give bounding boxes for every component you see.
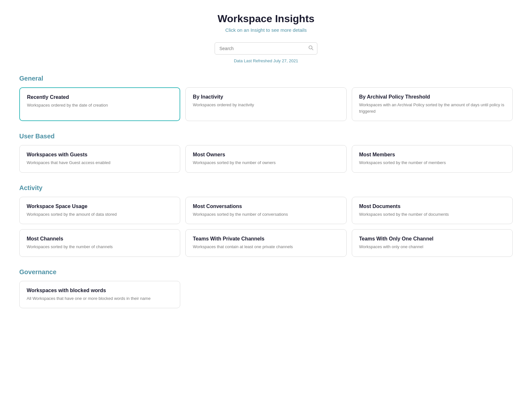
card-most-documents[interactable]: Most DocumentsWorkspaces sorted by the n… [352,197,513,224]
cards-grid-governance: Workspaces with blocked wordsAll Workspa… [19,281,513,309]
section-governance: GovernanceWorkspaces with blocked wordsA… [19,268,513,309]
card-title-workspaces-with-guests: Workspaces with Guests [27,152,173,158]
section-title-general: General [19,75,513,82]
card-description-most-members: Workspaces sorted by the number of membe… [359,160,505,166]
card-description-most-owners: Workspaces sorted by the number of owner… [193,160,339,166]
card-blocked-words[interactable]: Workspaces with blocked wordsAll Workspa… [19,281,180,309]
card-most-members[interactable]: Most MembersWorkspaces sorted by the num… [352,145,513,173]
section-title-governance: Governance [19,268,513,276]
sections-container: GeneralRecently CreatedWorkspaces ordere… [19,75,513,308]
card-description-by-inactivity: Workspaces ordered by inactivity [193,102,339,108]
card-title-workspace-space-usage: Workspace Space Usage [27,204,173,209]
refresh-text: Data Last Refreshed July 27, 2021 [19,58,513,63]
card-title-most-documents: Most Documents [359,204,505,209]
card-most-channels[interactable]: Most ChannelsWorkspaces sorted by the nu… [19,229,180,257]
card-recently-created[interactable]: Recently CreatedWorkspaces ordered by th… [19,87,180,121]
page-header: Workspace Insights Click on an Insight t… [19,13,513,33]
section-title-activity: Activity [19,184,513,192]
section-general: GeneralRecently CreatedWorkspaces ordere… [19,75,513,121]
card-description-teams-one-channel: Workspaces with only one channel [359,244,505,250]
section-activity: ActivityWorkspace Space UsageWorkspaces … [19,184,513,257]
card-by-inactivity[interactable]: By InactivityWorkspaces ordered by inact… [185,87,346,121]
cards-grid-general: Recently CreatedWorkspaces ordered by th… [19,87,513,121]
card-title-by-inactivity: By Inactivity [193,94,339,100]
card-by-archival-policy[interactable]: By Archival Policy ThresholdWorkspaces w… [352,87,513,121]
card-title-by-archival-policy: By Archival Policy Threshold [359,94,505,100]
search-input[interactable] [215,42,317,55]
card-title-teams-private-channels: Teams With Private Channels [193,236,339,242]
search-wrapper [215,42,317,55]
card-title-blocked-words: Workspaces with blocked words [27,288,173,293]
search-container [19,42,513,55]
card-title-most-channels: Most Channels [27,236,173,242]
page-subtitle: Click on an Insight to see more details [19,27,513,33]
card-workspace-space-usage[interactable]: Workspace Space UsageWorkspaces sorted b… [19,197,180,224]
card-teams-private-channels[interactable]: Teams With Private ChannelsWorkspaces th… [185,229,346,257]
card-most-conversations[interactable]: Most ConversationsWorkspaces sorted by t… [185,197,346,224]
card-workspaces-with-guests[interactable]: Workspaces with GuestsWorkspaces that ha… [19,145,180,173]
card-title-most-members: Most Members [359,152,505,158]
card-description-teams-private-channels: Workspaces that contain at least one pri… [193,244,339,250]
card-description-most-channels: Workspaces sorted by the number of chann… [27,244,173,250]
card-title-most-conversations: Most Conversations [193,204,339,209]
card-title-teams-one-channel: Teams With Only One Channel [359,236,505,242]
card-description-blocked-words: All Workspaces that have one or more blo… [27,295,173,302]
card-title-recently-created: Recently Created [27,94,173,100]
section-user-based: User BasedWorkspaces with GuestsWorkspac… [19,133,513,173]
card-description-workspaces-with-guests: Workspaces that have Guest access enable… [27,160,173,166]
card-description-workspace-space-usage: Workspaces sorted by the amount of data … [27,211,173,218]
page-title: Workspace Insights [19,13,513,25]
cards-grid-activity: Workspace Space UsageWorkspaces sorted b… [19,197,513,257]
card-most-owners[interactable]: Most OwnersWorkspaces sorted by the numb… [185,145,346,173]
section-title-user-based: User Based [19,133,513,140]
card-teams-one-channel[interactable]: Teams With Only One ChannelWorkspaces wi… [352,229,513,257]
cards-grid-user-based: Workspaces with GuestsWorkspaces that ha… [19,145,513,173]
card-description-by-archival-policy: Workspaces with an Archival Policy sorte… [359,102,505,114]
card-description-recently-created: Workspaces ordered by the date of creati… [27,102,173,109]
card-title-most-owners: Most Owners [193,152,339,158]
card-description-most-conversations: Workspaces sorted by the number of conve… [193,211,339,218]
card-description-most-documents: Workspaces sorted by the number of docum… [359,211,505,218]
